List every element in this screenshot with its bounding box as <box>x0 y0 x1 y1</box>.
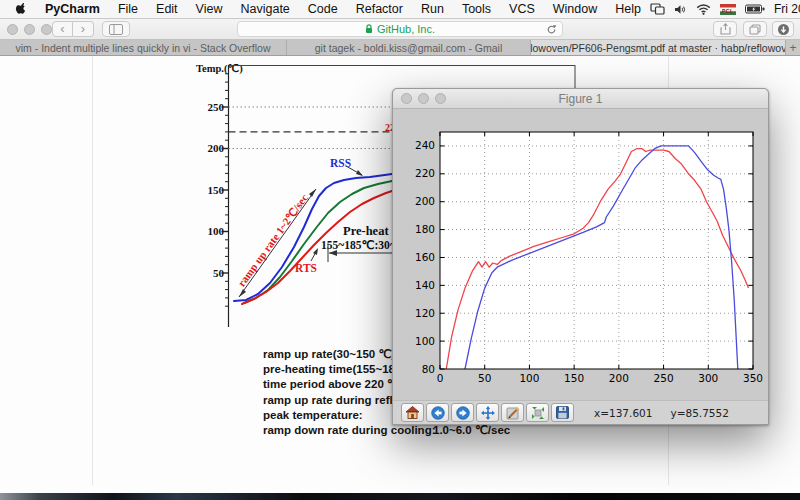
menu-item-tools[interactable]: Tools <box>453 0 500 19</box>
pan-button[interactable] <box>476 403 499 422</box>
svg-text:100: 100 <box>519 372 539 384</box>
doc-ytick-200: 200 <box>196 142 224 154</box>
display-mirroring-icon[interactable] <box>650 3 665 15</box>
doc-ytick-50: 50 <box>196 267 224 279</box>
menu-item-navigate[interactable]: Navigate <box>231 0 298 19</box>
desktop-wallpaper <box>0 492 800 500</box>
cursor-x-readout: x=137.601 <box>594 407 652 419</box>
forward-button[interactable] <box>451 403 474 422</box>
svg-text:250: 250 <box>654 372 674 384</box>
downloads-button[interactable] <box>772 21 794 37</box>
address-text: GitHub, Inc. <box>377 23 435 35</box>
tab-bar: vim - Indent multiple lines quickly in v… <box>0 40 800 56</box>
address-bar[interactable]: GitHub, Inc. <box>237 21 563 37</box>
close-window-button[interactable] <box>7 24 18 35</box>
doc-chart-ramp-rate-label: ramp up rate 1~2℃/sec <box>227 180 320 301</box>
menu-item-vcs[interactable]: VCS <box>500 0 544 19</box>
zoom-button[interactable] <box>501 403 524 422</box>
back-button[interactable]: ‹ <box>52 21 73 37</box>
menu-item-refactor[interactable]: Refactor <box>347 0 412 19</box>
svg-text:0: 0 <box>437 372 444 384</box>
cursor-y-readout: y=85.7552 <box>670 407 728 419</box>
menu-item-help[interactable]: Help <box>606 0 650 19</box>
doc-chart-preheat-label: Pre-heat <box>343 224 389 239</box>
menu-app-name[interactable]: PyCharm <box>36 0 109 19</box>
battery-icon[interactable] <box>745 4 765 14</box>
svg-text:300: 300 <box>698 372 718 384</box>
menu-item-file[interactable]: File <box>109 0 147 19</box>
zoom-window-button[interactable] <box>41 24 52 35</box>
input-source-flag-icon[interactable]: PCL <box>720 4 736 15</box>
figure-minimize-button[interactable] <box>418 93 429 104</box>
save-button[interactable] <box>551 403 574 422</box>
figure-plot-area[interactable]: 0501001502002503003508010012014016018020… <box>393 109 768 400</box>
figure-titlebar[interactable]: Figure 1 <box>393 89 768 109</box>
browser-tab-2[interactable]: git tagek - boldi.kiss@gmail.com - Gmail <box>287 40 531 55</box>
svg-text:80: 80 <box>422 363 435 375</box>
svg-text:220: 220 <box>415 167 435 179</box>
menu-item-run[interactable]: Run <box>412 0 453 19</box>
figure-toolbar: x=137.601 y=85.7552 <box>393 400 768 424</box>
figure-close-button[interactable] <box>401 93 412 104</box>
subplots-button[interactable] <box>526 403 549 422</box>
sidebar-button[interactable] <box>102 21 130 37</box>
svg-text:240: 240 <box>415 139 435 151</box>
menu-bar: PyCharm FileEditViewNavigateCodeRefactor… <box>0 0 800 19</box>
menu-item-code[interactable]: Code <box>299 0 347 19</box>
menu-item-edit[interactable]: Edit <box>147 0 187 19</box>
home-button[interactable] <box>401 403 424 422</box>
input-source-label: PCL <box>722 8 734 14</box>
doc-ytick-250: 250 <box>196 101 224 113</box>
svg-text:200: 200 <box>415 195 435 207</box>
https-lock-icon <box>365 24 373 34</box>
doc-chart-rts-label: RTS <box>295 262 317 274</box>
forward-button[interactable]: › <box>73 21 94 37</box>
browser-toolbar: ‹ › GitHub, Inc. <box>0 19 800 40</box>
doc-chart-rss-label: RSS <box>330 157 351 169</box>
svg-text:200: 200 <box>609 372 629 384</box>
doc-chart-y-axis-title: Temp.(℃) <box>196 62 243 74</box>
menu-item-window[interactable]: Window <box>544 0 606 19</box>
menu-item-view[interactable]: View <box>187 0 232 19</box>
svg-text:350: 350 <box>743 372 763 384</box>
spec-cooling-rate-value: 1.0~6.0 ℃/sec <box>433 423 510 437</box>
figure-title: Figure 1 <box>558 92 602 106</box>
page-left-edge <box>92 56 93 485</box>
minimize-window-button[interactable] <box>24 24 35 35</box>
desktop: PyCharm FileEditViewNavigateCodeRefactor… <box>0 0 800 500</box>
browser-tab-1[interactable]: vim - Indent multiple lines quickly in v… <box>0 40 287 55</box>
doc-chart-preheat-range-label: 155~185℃:30~ <box>321 238 396 252</box>
reload-icon[interactable] <box>546 24 557 37</box>
svg-text:160: 160 <box>415 251 435 263</box>
svg-text:140: 140 <box>415 279 435 291</box>
svg-text:180: 180 <box>415 223 435 235</box>
browser-tab-3[interactable]: reflowoven/PF606-Pengsmt.pdf at master ·… <box>531 40 786 55</box>
spec-line-6: ramp down rate during cooling: <box>263 423 436 438</box>
menu-clock[interactable]: Fri 20:29 <box>774 2 800 16</box>
wifi-icon[interactable] <box>696 4 711 15</box>
back-button[interactable] <box>426 403 449 422</box>
new-tab-button[interactable]: + <box>786 40 800 55</box>
apple-menu-icon[interactable] <box>0 2 36 16</box>
svg-text:150: 150 <box>564 372 584 384</box>
svg-text:120: 120 <box>415 307 435 319</box>
svg-text:50: 50 <box>478 372 491 384</box>
figure-window: Figure 1 0501001502002503003508010012014… <box>392 88 769 425</box>
show-all-tabs-button[interactable] <box>743 21 767 37</box>
volume-icon[interactable] <box>674 4 687 15</box>
doc-ytick-150: 150 <box>196 184 224 196</box>
share-button[interactable] <box>713 21 737 37</box>
figure-zoom-button[interactable] <box>435 93 446 104</box>
svg-text:100: 100 <box>415 335 435 347</box>
doc-ytick-100: 100 <box>196 225 224 237</box>
